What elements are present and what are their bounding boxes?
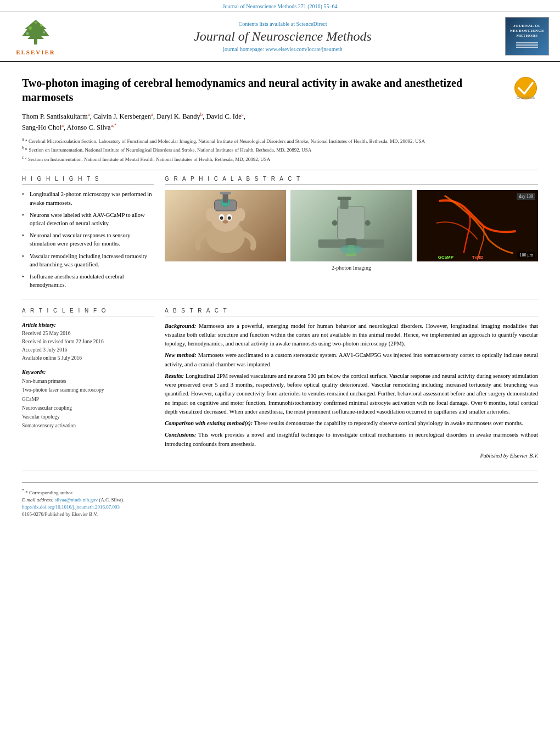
svg-point-13 bbox=[220, 216, 223, 220]
svg-point-29 bbox=[332, 220, 338, 226]
journal-cover-decoration bbox=[516, 41, 538, 49]
svg-point-14 bbox=[228, 216, 231, 220]
svg-text:CrossMark: CrossMark bbox=[517, 96, 535, 99]
top-banner: Journal of Neuroscience Methods 271 (201… bbox=[0, 0, 560, 12]
article-keywords: Keywords: Non-human primates Two-photon … bbox=[22, 369, 154, 430]
abstract-background: Background: Marmosets are a powerful, em… bbox=[165, 322, 538, 349]
corresponding-note: * * Corresponding author. bbox=[22, 488, 538, 495]
doi-link[interactable]: http://dx.doi.org/10.1016/j.jneumeth.201… bbox=[22, 504, 120, 510]
highlights-column: H I G H L I G H T S Longitudinal 2-photo… bbox=[22, 176, 154, 293]
svg-rect-21 bbox=[220, 192, 231, 194]
svg-point-6 bbox=[43, 31, 45, 34]
highlight-item-4: Vascular remodeling including increased … bbox=[22, 252, 154, 269]
journal-name: Journal of Neuroscience Methods bbox=[60, 29, 505, 44]
svg-point-28 bbox=[340, 245, 362, 254]
article-info-header: A R T I C L E I N F O bbox=[22, 308, 154, 316]
revised-date: Received in revised form 22 June 2016 bbox=[22, 338, 154, 346]
abstract-conclusions-text: This work provides a novel and insightfu… bbox=[165, 432, 538, 447]
svg-point-15 bbox=[223, 220, 228, 224]
ga-image-microscope bbox=[290, 190, 412, 261]
author-4: David C. Idec bbox=[206, 113, 244, 120]
ga-image-marmoset bbox=[165, 190, 286, 261]
svg-point-4 bbox=[35, 21, 37, 24]
author-email-link[interactable]: silvaa@ninds.nih.gov bbox=[55, 497, 98, 503]
section-divider bbox=[22, 299, 538, 299]
affiliations: a ᵃ Cerebral Microcirculation Section, L… bbox=[22, 136, 538, 164]
keyword-2: Two-photon laser scanning microscopy bbox=[22, 386, 154, 394]
svg-rect-26 bbox=[338, 197, 351, 200]
author-5: Sang-Ho Choia bbox=[22, 124, 64, 131]
article-info-abstract-section: A R T I C L E I N F O Article history: R… bbox=[22, 308, 538, 463]
ga-image-fluorescence: day 139 GCaMP TxRD bbox=[417, 190, 538, 261]
contents-available-line: Contents lists available at ScienceDirec… bbox=[60, 21, 505, 27]
highlight-item-1: Longitudinal 2-photon microscopy was per… bbox=[22, 190, 154, 207]
scale-badge: 100 μm bbox=[517, 252, 535, 259]
keyword-3: GCaMP bbox=[22, 395, 154, 404]
article-title: Two-photon imaging of cerebral hemodynam… bbox=[22, 76, 513, 104]
ga-label: 2-photon Imaging bbox=[165, 265, 538, 271]
ga-images-row: day 139 GCaMP TxRD bbox=[165, 190, 538, 261]
available-date: Available online 5 July 2016 bbox=[22, 354, 154, 362]
journal-title-center: Contents lists available at ScienceDirec… bbox=[60, 21, 505, 52]
highlights-list: Longitudinal 2-photon microscopy was per… bbox=[22, 190, 154, 289]
email-line: E-mail address: silvaa@ninds.nih.gov (A.… bbox=[22, 497, 538, 503]
abstract-results-label: Results: bbox=[165, 373, 184, 379]
journal-cover-image: JOURNAL OF NEUROSCIENCE METHODS bbox=[505, 17, 549, 55]
affiliation-b: b ᵇ Section on Instrumentation, National… bbox=[22, 145, 538, 154]
marmoset-illustration bbox=[165, 190, 286, 261]
svg-point-3 bbox=[40, 24, 43, 27]
abstract-background-text: Marmosets are a powerful, emerging model… bbox=[165, 323, 538, 347]
highlight-item-2: Neurons were labeled with AAV-GCaMP to a… bbox=[22, 211, 154, 227]
article-history-label: Article history: bbox=[22, 322, 154, 328]
received-date: Received 25 May 2016 bbox=[22, 330, 154, 338]
journal-header: ELSEVIER Contents lists available at Sci… bbox=[0, 12, 560, 62]
vessel-fluorescence-illustration: GCaMP TxRD bbox=[417, 190, 538, 261]
microscope-illustration bbox=[290, 190, 412, 261]
keyword-1: Non-human primates bbox=[22, 377, 154, 386]
keywords-list: Non-human primates Two-photon laser scan… bbox=[22, 377, 154, 430]
authors-line: Thom P. Santisakultarma, Calvin J. Kersb… bbox=[22, 111, 538, 133]
crossmark-icon: CrossMark bbox=[513, 76, 538, 101]
abstract-new-method-label: New method: bbox=[165, 352, 197, 358]
abstract-new-method-text: Marmosets were acclimated to a custom st… bbox=[165, 352, 538, 367]
journal-homepage: journal homepage: www.elsevier.com/locat… bbox=[60, 46, 505, 52]
elsevier-label: ELSEVIER bbox=[16, 49, 55, 55]
accepted-date: Accepted 3 July 2016 bbox=[22, 346, 154, 354]
author-6: Afonso C. Silvaa,* bbox=[66, 124, 116, 131]
title-divider bbox=[22, 170, 538, 170]
author-1: Thom P. Santisakultarma bbox=[22, 113, 90, 120]
article-content: Two-photon imaging of cerebral hemodynam… bbox=[0, 62, 560, 527]
abstract-text: Background: Marmosets are a powerful, em… bbox=[165, 322, 538, 460]
svg-point-2 bbox=[29, 26, 32, 30]
journal-citation: Journal of Neuroscience Methods 271 (201… bbox=[223, 3, 338, 9]
author-3: Daryl K. Bandyb bbox=[156, 113, 203, 120]
keyword-6: Somatosensory activation bbox=[22, 421, 154, 430]
highlight-item-3: Neuronal and vascular responses to senso… bbox=[22, 231, 154, 248]
day-badge: day 139 bbox=[517, 193, 535, 200]
article-title-section: Two-photon imaging of cerebral hemodynam… bbox=[22, 70, 538, 104]
svg-text:TxRD: TxRD bbox=[472, 255, 483, 260]
abstract-background-label: Background: bbox=[165, 323, 196, 329]
abstract-new-method: New method: Marmosets were acclimated to… bbox=[165, 351, 538, 369]
author-2: Calvin J. Kersbergena bbox=[93, 113, 153, 120]
abstract-conclusions: Conclusions: This work provides a novel … bbox=[165, 431, 538, 449]
svg-point-5 bbox=[26, 32, 29, 35]
keyword-5: Vascular topology bbox=[22, 412, 154, 421]
graphical-abstract-header: G R A P H I C A L A B S T R A C T bbox=[165, 176, 538, 185]
highlights-header: H I G H L I G H T S bbox=[22, 176, 154, 185]
elsevier-tree-icon bbox=[16, 17, 55, 47]
abstract-header: A B S T R A C T bbox=[165, 308, 538, 316]
article-info-column: A R T I C L E I N F O Article history: R… bbox=[22, 308, 154, 463]
journal-cover-title: JOURNAL OF NEUROSCIENCE METHODS bbox=[508, 24, 546, 38]
abstract-results: Results: Longitudinal 2PM revealed vascu… bbox=[165, 372, 538, 416]
svg-point-17 bbox=[237, 208, 245, 221]
elsevier-logo: ELSEVIER bbox=[11, 17, 60, 55]
svg-point-16 bbox=[206, 208, 215, 221]
svg-text:GCaMP: GCaMP bbox=[438, 255, 453, 260]
abstract-comparison: Comparison with existing method(s): Thes… bbox=[165, 419, 538, 428]
affiliation-c: c ᶜ Section on Instrumentation, National… bbox=[22, 154, 538, 164]
article-footer: * * Corresponding author. E-mail address… bbox=[22, 471, 538, 517]
abstract-conclusions-label: Conclusions: bbox=[165, 432, 196, 438]
abstract-comparison-label: Comparison with existing method(s): bbox=[165, 420, 253, 426]
svg-point-30 bbox=[365, 220, 371, 226]
